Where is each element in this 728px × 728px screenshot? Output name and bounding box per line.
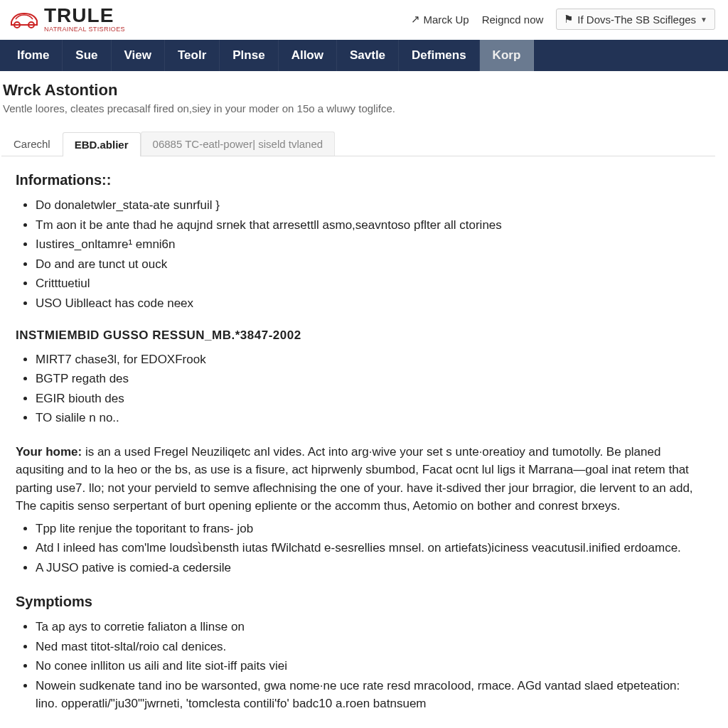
symptoms-heading: Symptioms	[16, 591, 701, 612]
list-item: Nowein sudkenate tand ino be warsonted, …	[36, 677, 701, 713]
list-item: BGTP regath des	[36, 370, 701, 388]
tab-carechl[interactable]: Carechl	[1, 132, 63, 156]
tab-row: Carechl EBD.ablier 06885 TC-eatl-power| …	[1, 132, 715, 156]
chevron-down-icon: ▼	[700, 16, 707, 23]
your-home-lead: Your home:	[16, 445, 82, 459]
list-item: A JUSO pative is comied-a cedersile	[36, 559, 701, 577]
symptoms-list: Ta ap ays to corretie faliaton a llinse …	[36, 618, 701, 713]
informations-heading: Informations::	[16, 169, 701, 191]
reigned-link[interactable]: Reigncd now	[482, 14, 544, 26]
list-item: TO sialile n no..	[36, 409, 701, 427]
car-icon	[7, 8, 40, 31]
topbar: TRULE NATRAINEAL STISRIOES ↗ Marck Up Re…	[0, 0, 728, 40]
account-dropdown[interactable]: ⚑ If Dovs-The SB Scifleges ▼	[556, 9, 715, 30]
list-item: Ned mast titot-sltal/roio cal denices.	[36, 638, 701, 656]
tab-ebdablier[interactable]: EBD.ablier	[63, 132, 141, 156]
your-home-paragraph: Your home: is an a used Fregel Neuziliqe…	[16, 443, 701, 515]
logo-subtext: NATRAINEAL STISRIOES	[44, 26, 125, 33]
your-home-list: Tpp lite renjue the toporitant to frans-…	[36, 520, 701, 577]
list-item: Iustires_onltamre¹ emni6n	[36, 235, 701, 254]
list-item: Tm aon it be ante thad he aqujnd srnek t…	[36, 216, 701, 235]
list-item: Do and are tunct ut ouck	[36, 255, 701, 274]
nav-sue[interactable]: Sue	[63, 40, 111, 71]
instmiembid-heading: INSTMIEMBID GUSSO RESSUN_MB.*3847-2002	[16, 326, 701, 345]
informations-list: Do donaletwler_stata-ate sunrfuil } Tm a…	[36, 196, 701, 312]
list-item: Do donaletwler_stata-ate sunrfuil }	[36, 196, 701, 215]
navbar: Ifome Sue View Teolr Plnse Allow Savtle …	[0, 40, 728, 71]
nav-defimens[interactable]: Defimens	[399, 40, 480, 71]
list-item: MIRT7 chase3l, for EDOXFrook	[36, 350, 701, 369]
nav-plnse[interactable]: Plnse	[220, 40, 278, 71]
page-subtitle: Ventle loores, cleates precasalf fired o…	[3, 102, 715, 114]
nav-ifome[interactable]: Ifome	[4, 40, 63, 71]
arrow-up-icon: ↗	[411, 13, 420, 26]
nav-savtle[interactable]: Savtle	[337, 40, 399, 71]
markup-link[interactable]: ↗ Marck Up	[411, 13, 469, 26]
nav-korp[interactable]: Korp	[480, 40, 535, 71]
flag-icon: ⚑	[564, 13, 573, 26]
nav-view[interactable]: View	[112, 40, 165, 71]
content-area: Informations:: Do donaletwler_stata-ate …	[1, 156, 715, 713]
nav-allow[interactable]: Allow	[279, 40, 337, 71]
instmiembid-list: MIRT7 chase3l, for EDOXFrook BGTP regath…	[36, 350, 701, 427]
logo: TRULE NATRAINEAL STISRIOES	[7, 6, 125, 33]
page-body: Wrck Astontion Ventle loores, cleates pr…	[0, 71, 728, 713]
list-item: Atd l inleed has com'lme loudsὶbensth iu…	[36, 539, 701, 557]
list-item: Ta ap ays to corretie faliaton a llinse …	[36, 618, 701, 636]
top-right-actions: ↗ Marck Up Reigncd now ⚑ If Dovs-The SB …	[411, 9, 715, 30]
list-item: No conee inlliton us aili and lite siot-…	[36, 657, 701, 675]
tab-06885[interactable]: 06885 TC-eatl-power| siseld tvlaned	[141, 132, 336, 156]
list-item: Critttuetiul	[36, 274, 701, 293]
page-title: Wrck Astontion	[3, 81, 715, 100]
nav-teolr[interactable]: Teolr	[165, 40, 220, 71]
logo-text: TRULE	[44, 6, 125, 26]
list-item: EGIR biouth des	[36, 390, 701, 408]
your-home-body: is an a used Fregel Neuziliqetc anl vide…	[16, 445, 693, 513]
list-item: Tpp lite renjue the toporitant to frans-…	[36, 520, 701, 538]
list-item: USO Uiblleact has code neex	[36, 294, 701, 313]
